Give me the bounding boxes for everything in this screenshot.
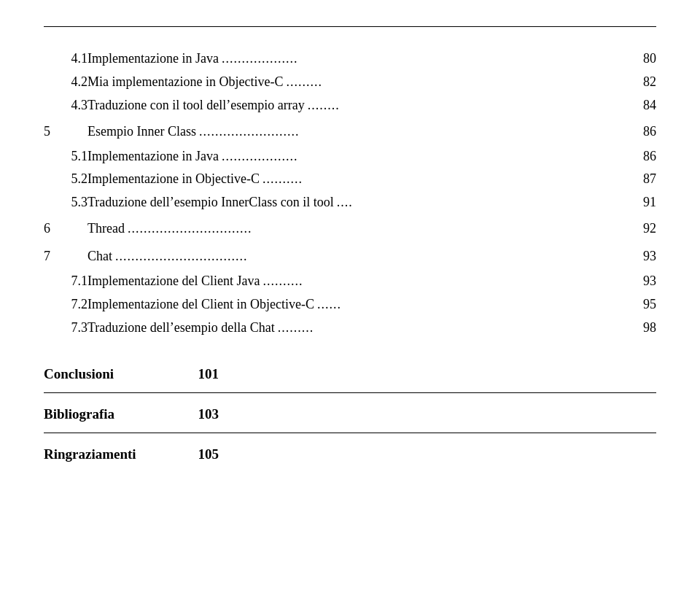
toc-row: 4.1 Implementazione in Java ............… — [44, 47, 656, 71]
toc-section-label: Implementazione in Java — [88, 147, 219, 167]
toc-section-content: Mia implementazione in Objective-C .....… — [88, 71, 630, 94]
toc-section-label: Traduzione con il tool dell’esempio arra… — [88, 96, 305, 116]
toc-section-label: Traduzione dell’esempio della Chat — [88, 318, 275, 338]
footer-item-page: 105 — [190, 446, 219, 462]
toc-dots: ................... — [219, 147, 630, 167]
toc-row: 5 Esempio Inner Class ..................… — [44, 117, 656, 145]
toc-chapter-label: Thread — [88, 219, 125, 239]
toc-section-num: 5.3 — [44, 191, 88, 214]
toc-chapter-label: Esempio Inner Class — [88, 122, 196, 142]
toc-section-content: Traduzione con il tool dell’esempio arra… — [88, 94, 630, 117]
footer-item-label: Ringraziamenti — [44, 446, 190, 462]
toc-section-label: Implementazione del Client in Objective-… — [88, 295, 314, 315]
footer-item-page: 101 — [190, 366, 219, 382]
toc-dots: ......... — [275, 318, 630, 338]
toc-dots: ........ — [305, 96, 630, 116]
toc-section-label: Implementazione in Java — [88, 49, 219, 69]
toc-row: 4.2 Mia implementazione in Objective-C .… — [44, 71, 656, 94]
toc-row: 6 Thread ...............................… — [44, 214, 656, 242]
toc-dots: ................... — [219, 49, 630, 69]
toc-chapter-num: 7 — [44, 242, 88, 270]
toc-dots: ......................... — [196, 122, 640, 142]
toc-chapter-content: Thread ............................... 9… — [88, 214, 656, 242]
toc-section-page: 91 — [630, 191, 656, 214]
toc-section-page: 93 — [630, 270, 656, 293]
toc-section-content: Implementazione in Java ................… — [88, 145, 630, 168]
toc-section-page: 86 — [630, 145, 656, 168]
toc-row: 7 Chat .................................… — [44, 242, 656, 270]
toc-section-content: Implementazione del Client in Objective-… — [88, 293, 630, 317]
toc-section-label: Traduzione dell’esempio InnerClass con i… — [88, 193, 334, 213]
toc-chapter-page: 92 — [640, 219, 656, 239]
toc-row: 5.3 Traduzione dell’esempio InnerClass c… — [44, 191, 656, 214]
toc-section-num: 7.1 — [44, 270, 88, 293]
toc-section-num: 5.2 — [44, 168, 88, 191]
toc-chapter-page: 86 — [640, 122, 656, 142]
page-header — [44, 22, 656, 27]
toc-section-num: 4.3 — [44, 94, 88, 117]
toc-dots: ............................... — [125, 219, 640, 239]
footer-item-label: Bibliografia — [44, 406, 190, 422]
toc-section-page: 80 — [630, 47, 656, 71]
toc-chapter-page: 93 — [640, 247, 656, 267]
toc-section-content: Implementazione in Objective-C .........… — [88, 168, 630, 191]
toc-chapter-label: Chat — [88, 247, 112, 267]
toc-dots: .......... — [260, 271, 629, 292]
toc-section-page: 82 — [630, 71, 656, 94]
toc-chapter-num: 6 — [44, 214, 88, 242]
toc-section-num: 7.3 — [44, 317, 88, 340]
toc-section-num: 4.1 — [44, 47, 88, 71]
footer-row: Bibliografia 103 — [44, 403, 656, 422]
footer-divider — [44, 433, 656, 433]
toc-dots: .......... — [260, 169, 630, 190]
toc-section-content: Traduzione dell’esempio InnerClass con i… — [88, 191, 630, 214]
toc-section-label: Mia implementazione in Objective-C — [88, 72, 283, 93]
toc-row: 7.2 Implementazione del Client in Object… — [44, 293, 656, 317]
toc-table: 4.1 Implementazione in Java ............… — [44, 47, 656, 340]
toc-section-page: 84 — [630, 94, 656, 117]
toc-section-content: Implementazione in Java ................… — [88, 47, 630, 71]
toc-dots: .... — [334, 193, 630, 213]
toc-section-num: 7.2 — [44, 293, 88, 317]
toc-row: 7.1 Implementazione del Client Java ....… — [44, 270, 656, 293]
toc-section-num: 4.2 — [44, 71, 88, 94]
footer-row: Conclusioni 101 — [44, 363, 656, 382]
page: 4.1 Implementazione in Java ............… — [0, 0, 700, 601]
toc-section-label: Implementazione in Objective-C — [88, 169, 260, 190]
footer-item-page: 103 — [190, 406, 219, 422]
toc-section-content: Traduzione dell’esempio della Chat .....… — [88, 317, 630, 340]
footer-row: Ringraziamenti 105 — [44, 443, 656, 462]
toc-row: 5.2 Implementazione in Objective-C .....… — [44, 168, 656, 191]
toc-section-label: Implementazione del Client Java — [88, 271, 260, 292]
toc-dots: ................................. — [112, 247, 640, 267]
footer-section: Conclusioni 101 Bibliografia 103 Ringraz… — [44, 363, 656, 462]
toc-section-page: 98 — [630, 317, 656, 340]
toc-chapter-num: 5 — [44, 117, 88, 145]
toc-section-content: Implementazione del Client Java ........… — [88, 270, 630, 293]
toc-dots: ...... — [314, 295, 630, 315]
toc-section-page: 87 — [630, 168, 656, 191]
toc-section-num: 5.1 — [44, 145, 88, 168]
footer-divider — [44, 392, 656, 393]
toc-row: 7.3 Traduzione dell’esempio della Chat .… — [44, 317, 656, 340]
toc-row: 4.3 Traduzione con il tool dell’esempio … — [44, 94, 656, 117]
toc-chapter-content: Esempio Inner Class ....................… — [88, 117, 656, 145]
toc-row: 5.1 Implementazione in Java ............… — [44, 145, 656, 168]
toc-chapter-content: Chat ................................. 9… — [88, 242, 656, 270]
toc-dots: ......... — [283, 72, 629, 93]
toc-section-page: 95 — [630, 293, 656, 317]
footer-item-label: Conclusioni — [44, 366, 190, 382]
